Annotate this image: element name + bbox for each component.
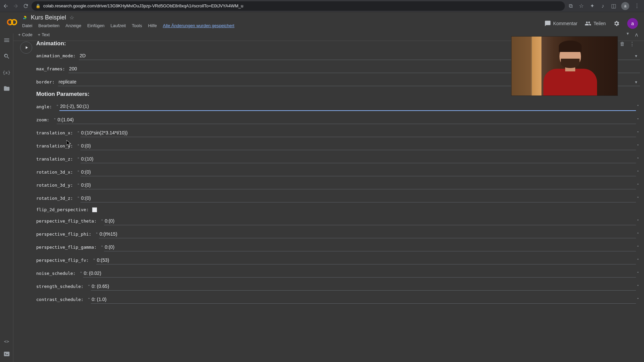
perspective-flip-fv-input[interactable] [96, 256, 636, 264]
left-rail: {x} <> [0, 34, 13, 362]
comment-label: Kommentar [553, 21, 577, 26]
field-label: animation_mode: [36, 53, 75, 58]
field-label: zoom: [36, 117, 49, 122]
lock-icon: 🔒 [36, 4, 41, 8]
field-label: perspective_flip_phi: [36, 232, 91, 237]
browser-chrome: 🔒 colab.research.google.com/drive/13G9KH… [0, 0, 644, 12]
quote-icon: " [76, 183, 80, 188]
field-row-translation-z: translation_z:"" [36, 155, 640, 163]
code-snippets-icon[interactable]: <> [3, 338, 10, 345]
quote-icon: " [636, 271, 640, 276]
url-bar[interactable]: 🔒 colab.research.google.com/drive/13G9KH… [32, 1, 565, 11]
quote-icon: " [636, 118, 640, 122]
field-row-angle: angle:"" [36, 102, 640, 111]
field-row-contrast-schedule: contrast_schedule:"" [36, 295, 640, 304]
cell-delete-icon[interactable]: 🗑 [620, 41, 625, 47]
url-text: colab.research.google.com/drive/13G9KHyM… [43, 3, 243, 8]
contrast-schedule-input[interactable] [91, 295, 636, 304]
field-label: angle: [36, 104, 52, 109]
terminal-icon[interactable] [3, 351, 10, 357]
browser-menu-icon[interactable]: ⋮ [634, 3, 640, 9]
field-label: perspective_flip_fv: [36, 258, 89, 263]
perspective-flip-phi-input[interactable] [99, 230, 636, 238]
quote-icon: " [55, 104, 59, 109]
sidepanel-icon[interactable]: ◫ [610, 3, 616, 9]
translation-y-input[interactable] [80, 142, 636, 150]
field-row-translation-y: translation_y:"" [36, 142, 640, 150]
quote-icon: " [79, 271, 83, 276]
comment-button[interactable]: Kommentar [544, 20, 577, 27]
menu-tools[interactable]: Tools [132, 23, 142, 28]
menu-hilfe[interactable]: Hilfe [148, 23, 157, 28]
flip-2d-perspective-checkbox[interactable] [92, 207, 97, 212]
field-label: flip_2d_perspective: [36, 207, 89, 212]
menu-einfuegen[interactable]: Einfügen [87, 23, 104, 28]
menu-laufzeit[interactable]: Laufzeit [111, 23, 126, 28]
field-row-noise-schedule: noise_schedule:"" [36, 269, 640, 278]
quote-icon: " [76, 196, 80, 201]
quote-icon: " [636, 157, 640, 162]
notebook-title[interactable]: Kurs Beispiel [31, 14, 66, 21]
field-row-rotation-3d-z: rotation_3d_z:"" [36, 194, 640, 202]
drive-icon [22, 15, 28, 20]
toc-icon[interactable] [3, 37, 10, 44]
quote-icon: " [636, 131, 640, 135]
field-label: max_frames: [36, 66, 65, 71]
translation-z-input[interactable] [80, 155, 636, 163]
rotation-3d-x-input[interactable] [80, 168, 636, 176]
music-icon[interactable]: ♪ [600, 3, 606, 9]
save-status[interactable]: Alle Änderungen wurden gespeichert [163, 23, 234, 28]
noise-schedule-input[interactable] [83, 269, 636, 278]
run-button[interactable] [20, 42, 32, 54]
field-row-rotation-3d-y: rotation_3d_y:"" [36, 181, 640, 189]
quote-icon: " [100, 219, 104, 224]
perspective-flip-gamma-input[interactable] [104, 243, 636, 251]
field-row-strength-schedule: strength_schedule:"" [36, 282, 640, 291]
field-label: rotation_3d_x: [36, 170, 73, 175]
quote-icon: " [87, 297, 91, 302]
quote-icon: " [636, 219, 640, 224]
user-avatar[interactable]: a [627, 18, 638, 29]
quote-icon: " [53, 118, 57, 122]
translation-x-input[interactable] [80, 129, 636, 137]
share-button[interactable]: Teilen [585, 20, 606, 27]
settings-button[interactable] [613, 20, 620, 27]
search-icon[interactable] [3, 53, 10, 60]
field-label: border: [36, 79, 55, 84]
translate-icon[interactable]: ⧉ [568, 3, 574, 9]
webcam-overlay [511, 36, 618, 96]
strength-schedule-input[interactable] [91, 282, 636, 291]
reload-icon[interactable] [23, 3, 29, 9]
quote-icon: " [100, 245, 104, 250]
quote-icon: " [87, 284, 91, 289]
star-icon[interactable]: ☆ [69, 14, 74, 21]
angle-input[interactable] [59, 102, 636, 111]
zoom-input[interactable] [57, 116, 636, 124]
colab-logo-icon[interactable] [6, 16, 18, 28]
field-label: perspective_flip_gamma: [36, 245, 97, 250]
perspective-flip-theta-input[interactable] [104, 217, 636, 225]
colab-header: Kurs Beispiel ☆ Datei Bearbeiten Anzeige… [0, 12, 644, 29]
back-icon[interactable] [3, 3, 9, 9]
menu-bearbeiten[interactable]: Bearbeiten [38, 23, 59, 28]
menu-datei[interactable]: Datei [22, 23, 32, 28]
variables-icon[interactable]: {x} [3, 69, 10, 76]
quote-icon: " [636, 196, 640, 201]
files-icon[interactable] [3, 85, 10, 92]
field-row-perspective-flip-gamma: perspective_flip_gamma:"" [36, 243, 640, 251]
field-label: contrast_schedule: [36, 297, 84, 302]
field-label: translation_y: [36, 143, 73, 148]
field-label: noise_schedule: [36, 271, 75, 276]
bookmark-icon[interactable]: ☆ [578, 3, 584, 9]
rotation-3d-y-input[interactable] [80, 181, 636, 189]
forward-icon[interactable] [13, 3, 19, 9]
cell-menu-icon[interactable]: ⋮ [630, 41, 635, 47]
field-row-translation-x: translation_x:"" [36, 129, 640, 137]
quote-icon: " [76, 131, 80, 135]
rotation-3d-z-input[interactable] [80, 194, 636, 202]
quote-icon: " [636, 170, 640, 175]
extensions-icon[interactable]: ✦ [589, 3, 595, 9]
quote-icon: " [636, 144, 640, 148]
browser-avatar[interactable]: a [621, 2, 629, 10]
menu-anzeige[interactable]: Anzeige [65, 23, 81, 28]
